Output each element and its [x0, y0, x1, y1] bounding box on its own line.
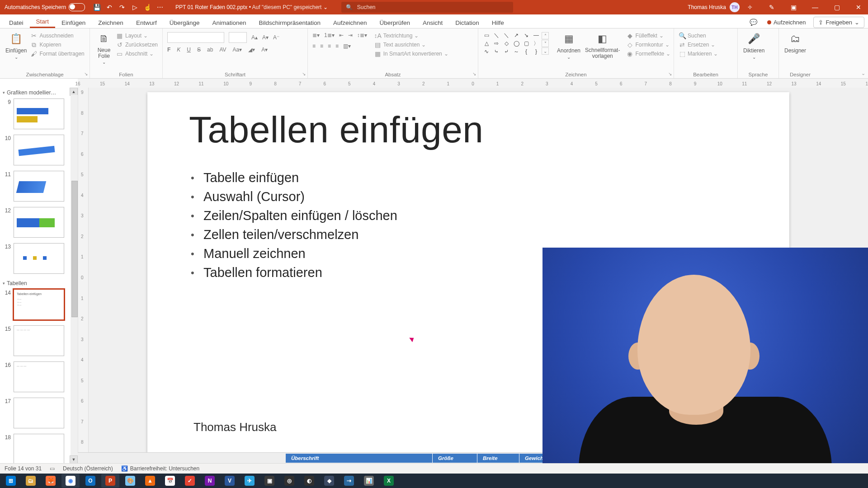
- paint-icon[interactable]: 🎨: [121, 474, 139, 488]
- tab-animations[interactable]: Animationen: [206, 17, 252, 28]
- pen-icon[interactable]: ✎: [765, 0, 778, 14]
- chevron-down-icon[interactable]: ⌄: [102, 60, 106, 65]
- shadow-button[interactable]: ab: [207, 47, 213, 53]
- dialog-launcher-icon[interactable]: ↘: [668, 71, 672, 76]
- line-spacing-icon[interactable]: ↕≣▾: [357, 32, 367, 38]
- shape-outline-button[interactable]: ◇Formkontur ⌄: [626, 41, 670, 48]
- section-button[interactable]: ▭Abschnitt ⌄: [116, 50, 158, 57]
- chevron-up-icon[interactable]: ˄: [542, 32, 549, 39]
- shape-line-icon[interactable]: ＼: [503, 32, 510, 38]
- align-text-button[interactable]: ▤Text ausrichten ⌄: [374, 41, 448, 48]
- app-icon[interactable]: ⇢: [340, 474, 358, 488]
- file-explorer-icon[interactable]: 🗂: [22, 474, 40, 488]
- bullet-item[interactable]: Manuell zeichnen: [191, 244, 397, 263]
- strikethrough-button[interactable]: S: [197, 47, 201, 53]
- shape-curve-icon[interactable]: ∿: [483, 48, 490, 55]
- slide-thumbnail[interactable]: 11: [0, 170, 78, 206]
- find-button[interactable]: 🔍Suchen: [679, 32, 718, 39]
- save-icon[interactable]: 💾: [93, 4, 100, 11]
- tab-record[interactable]: Aufzeichnen: [327, 17, 373, 28]
- shape-rectangle-icon[interactable]: ▭: [483, 32, 490, 38]
- shape-line-icon[interactable]: —: [533, 32, 540, 38]
- share-button[interactable]: ⇪Freigeben ⌄: [813, 17, 864, 28]
- tab-home[interactable]: Start: [30, 15, 56, 28]
- spellcheck-icon[interactable]: ▭: [50, 465, 55, 472]
- slide-thumbnail[interactable]: 15— — — —: [0, 324, 78, 361]
- app-icon[interactable]: ◐: [300, 474, 318, 488]
- section-header[interactable]: ▾Grafiken modellier…: [0, 88, 78, 98]
- designer-button[interactable]: 🗂Designer: [783, 30, 807, 55]
- dialog-launcher-icon[interactable]: ↘: [472, 71, 476, 76]
- accessibility-button[interactable]: ♿Barrierefreiheit: Untersuchen: [121, 465, 199, 472]
- slide-thumbnail[interactable]: 10: [0, 134, 78, 170]
- bold-button[interactable]: F: [167, 47, 170, 53]
- slide-title[interactable]: Tabellen einfügen: [189, 108, 483, 151]
- indent-increase-icon[interactable]: ⇥: [348, 32, 353, 38]
- comments-button[interactable]: 💬: [748, 16, 760, 28]
- obs-icon[interactable]: ◎: [280, 474, 298, 488]
- outlook-icon[interactable]: O: [81, 474, 99, 488]
- powerpoint-icon[interactable]: P: [101, 474, 119, 488]
- shapes-gallery-scroll[interactable]: ˄˅⌄: [542, 32, 549, 55]
- align-center-icon[interactable]: ≡: [320, 43, 323, 49]
- app-icon[interactable]: 📊: [360, 474, 378, 488]
- tab-file[interactable]: Datei: [3, 17, 30, 28]
- align-justify-icon[interactable]: ≡: [335, 43, 339, 49]
- chevron-down-icon[interactable]: ˅: [542, 40, 549, 47]
- shape-arrow-icon[interactable]: ⇨: [493, 40, 500, 47]
- qat-overflow-icon[interactable]: ⋯: [156, 4, 164, 11]
- bullet-item[interactable]: Tabelle einfügen: [191, 168, 397, 187]
- tab-review[interactable]: Überprüfen: [373, 17, 416, 28]
- numbering-icon[interactable]: 1≣▾: [324, 32, 335, 38]
- chevron-down-icon[interactable]: ⌄: [14, 55, 18, 60]
- onenote-icon[interactable]: N: [201, 474, 219, 488]
- columns-icon[interactable]: ▥▾: [343, 43, 351, 49]
- font-size-combobox[interactable]: [229, 32, 247, 43]
- slide-counter[interactable]: Folie 14 von 31: [5, 465, 42, 472]
- ruler-vertical[interactable]: 9876543210123456789: [78, 88, 89, 464]
- tab-dictation[interactable]: Dictation: [449, 17, 486, 28]
- telegram-icon[interactable]: ✈: [241, 474, 259, 488]
- slide-thumbnail[interactable]: 14Tabellen einfügen• —• —• —: [0, 288, 78, 324]
- cut-button[interactable]: ✂Ausschneiden: [30, 32, 84, 39]
- dialog-launcher-icon[interactable]: ↘: [84, 71, 88, 76]
- shape-connector-icon[interactable]: ⤶: [503, 48, 510, 55]
- firefox-icon[interactable]: 🦊: [42, 474, 60, 488]
- smartart-button[interactable]: ▦In SmartArt konvertieren ⌄: [374, 50, 448, 57]
- tab-transitions[interactable]: Übergänge: [163, 17, 206, 28]
- account-button[interactable]: Thomas Hruska TH: [688, 2, 740, 12]
- arrange-button[interactable]: ▦ Anordnen ⌄: [556, 30, 581, 61]
- slide-thumbnail[interactable]: 17: [0, 397, 78, 433]
- slide-thumbnail[interactable]: 12: [0, 206, 78, 242]
- font-family-combobox[interactable]: [167, 32, 224, 43]
- tab-help[interactable]: Hilfe: [486, 17, 510, 28]
- shape-triangle-icon[interactable]: △: [483, 40, 490, 47]
- indent-decrease-icon[interactable]: ⇤: [339, 32, 344, 38]
- search-box[interactable]: 🔍: [341, 2, 513, 13]
- scrollbar-thumb[interactable]: [71, 181, 78, 317]
- chrome-icon[interactable]: ◉: [61, 474, 80, 488]
- app-icon[interactable]: ▣: [260, 474, 278, 488]
- language-button[interactable]: Deutsch (Österreich): [63, 465, 113, 472]
- section-header[interactable]: ▾Tabellen: [0, 278, 78, 288]
- layout-button[interactable]: ▦Layout ⌄: [116, 32, 158, 39]
- shrink-font-icon[interactable]: A▾: [262, 34, 269, 41]
- app-icon[interactable]: ◆: [320, 474, 338, 488]
- new-slide-button[interactable]: 🗎 Neue Folie ⌄: [94, 30, 113, 66]
- tab-draw[interactable]: Zeichnen: [92, 17, 130, 28]
- grow-font-icon[interactable]: A▴: [251, 34, 258, 41]
- undo-icon[interactable]: ↶: [106, 4, 113, 11]
- more-icon[interactable]: ⌄: [542, 47, 549, 55]
- start-button[interactable]: ⊞: [2, 474, 20, 488]
- replace-button[interactable]: ⇄Ersetzen ⌄: [679, 41, 718, 48]
- maximize-icon[interactable]: ▢: [830, 0, 844, 14]
- tab-slideshow[interactable]: Bildschirmpräsentation: [253, 17, 327, 28]
- shape-brace-icon[interactable]: }: [533, 48, 540, 55]
- shapes-gallery[interactable]: ▭＼＼↗↘— △⇨◇◯▢〉 ∿⤷⤶～{}: [483, 32, 540, 55]
- autosave-toggle[interactable]: Automatisches Speichern: [5, 3, 85, 11]
- shape-arrow-icon[interactable]: ↘: [523, 32, 530, 38]
- bullet-item[interactable]: Tabellen formatieren: [191, 263, 397, 282]
- format-painter-button[interactable]: 🖌Format übertragen: [30, 50, 84, 57]
- shape-effects-button[interactable]: ◉Formeffekte ⌄: [626, 50, 670, 57]
- slide-thumbnail[interactable]: 18: [0, 433, 78, 464]
